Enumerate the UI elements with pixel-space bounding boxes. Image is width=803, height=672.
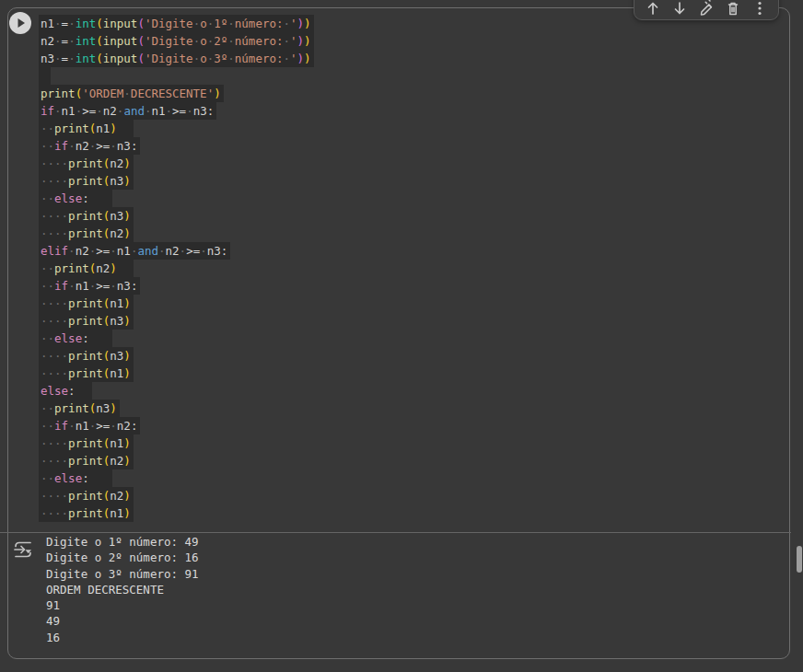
code-line: ····print(n3) [39, 347, 796, 365]
code-line: n1·=·int(input('Digite·o·1º·número:·')) [39, 15, 796, 32]
code-line: ····print(n1) [39, 434, 796, 452]
code-line: ··if·n2·>=·n3: [39, 137, 796, 155]
code-line: ··if·n1·>=·n2: [39, 417, 796, 434]
code-line: print('ORDEM·DECRESCENTE') [39, 85, 796, 102]
code-line: else: [39, 382, 796, 400]
code-line: ····print(n3) [39, 172, 796, 190]
play-icon [9, 12, 31, 34]
code-line: ····print(n1) [39, 504, 796, 522]
run-cell-button[interactable] [9, 12, 31, 34]
output-line: Digite o 2º número: 16 [46, 550, 199, 565]
output-line: Digite o 1º número: 49 [46, 534, 199, 550]
code-line: n2·=·int(input('Digite·o·2º·número:·')) [39, 32, 796, 50]
code-line: ····print(n2) [39, 487, 796, 504]
code-line: ····print(n2) [39, 452, 796, 469]
output-line: 49 [46, 613, 199, 629]
code-line: ··else: [39, 330, 796, 347]
code-line: ····print(n3) [39, 312, 796, 330]
code-line: ····print(n3) [39, 207, 796, 225]
output-line: 91 [46, 597, 199, 613]
output-line: ORDEM DECRESCENTE [46, 582, 199, 597]
code-line: elif·n2·>=·n1·and·n2·>=·n3: [39, 242, 796, 260]
cell-output-area: Digite o 1º número: 49Digite o 2º número… [46, 534, 199, 645]
code-line: ··print(n2) [39, 260, 796, 277]
code-line: ····print(n2) [39, 225, 796, 242]
code-editor[interactable]: n1·=·int(input('Digite·o·1º·número:·'))n… [39, 15, 796, 522]
code-line: ··else: [39, 469, 796, 487]
code-line: ··print(n3) [39, 400, 796, 417]
cell-output-icon[interactable] [12, 539, 34, 561]
code-line [39, 67, 796, 85]
code-line: ····print(n2) [39, 155, 796, 172]
code-line: ····print(n1) [39, 295, 796, 312]
code-line: ··print(n1) [39, 120, 796, 137]
output-line: 16 [46, 630, 199, 645]
vertical-scrollbar-thumb[interactable] [797, 546, 802, 573]
code-line: ··else: [39, 190, 796, 207]
code-line: ··if·n1·>=·n3: [39, 277, 796, 295]
code-line: n3·=·int(input('Digite·o·3º·número:·')) [39, 50, 796, 67]
notebook-page: { "app": "notebook-code-cell", "colors":… [0, 0, 803, 672]
code-line: if·n1·>=·n2·and·n1·>=·n3: [39, 102, 796, 120]
cell-output-divider [0, 532, 791, 533]
output-line: Digite o 3º número: 91 [46, 566, 199, 582]
code-line: ····print(n1) [39, 365, 796, 382]
